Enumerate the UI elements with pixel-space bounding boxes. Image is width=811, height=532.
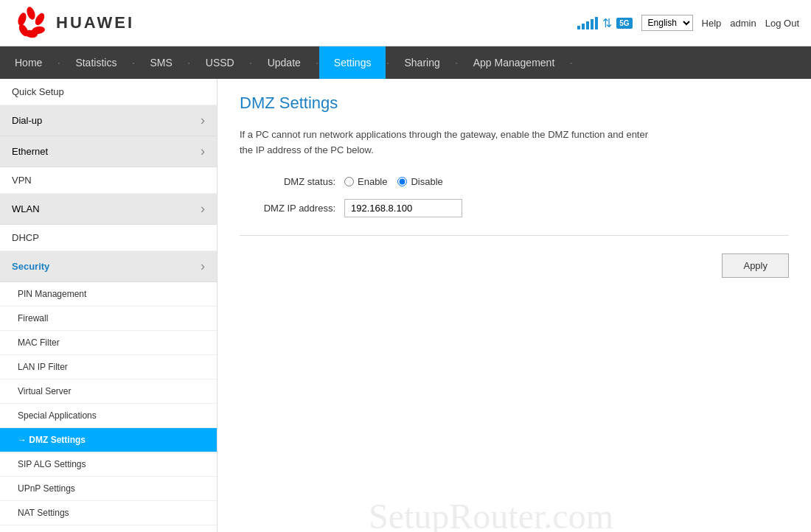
enable-radio-label[interactable]: Enable <box>344 176 387 187</box>
sidebar-section-security[interactable]: Security › <box>0 251 217 282</box>
sidebar-item-lan-ip-filter[interactable]: LAN IP Filter <box>0 355 217 379</box>
sidebar-item-sip-alg[interactable]: SIP ALG Settings <box>0 452 217 477</box>
disable-radio-label[interactable]: Disable <box>397 176 442 187</box>
svg-point-1 <box>33 12 46 27</box>
logo-area: HUAWEI <box>12 6 134 40</box>
page-title: DMZ Settings <box>240 94 789 113</box>
nav-app-management[interactable]: App Management <box>459 46 570 79</box>
enable-label-text: Enable <box>358 176 387 187</box>
dmz-ip-label: DMZ IP address: <box>240 203 335 214</box>
description-text: If a PC cannot run network applications … <box>240 127 789 158</box>
signal-strength-icon <box>577 16 598 29</box>
nav-settings[interactable]: Settings <box>319 46 386 79</box>
sidebar-item-dhcp[interactable]: DHCP <box>0 225 217 251</box>
sidebar-item-nat[interactable]: NAT Settings <box>0 501 217 525</box>
sidebar-item-quick-setup[interactable]: Quick Setup <box>0 79 217 105</box>
sidebar-item-dialup[interactable]: Dial-up › <box>0 105 217 136</box>
huawei-logo-icon <box>12 6 50 40</box>
sidebar-item-ethernet[interactable]: Ethernet › <box>0 136 217 167</box>
nav-sharing[interactable]: Sharing <box>389 46 454 79</box>
nav-sep-8: · <box>569 46 573 79</box>
apply-button[interactable]: Apply <box>722 253 789 278</box>
help-link[interactable]: Help <box>702 18 722 29</box>
dmz-status-controls: Enable Disable <box>344 176 443 187</box>
main-layout: Quick Setup Dial-up › Ethernet › VPN WLA… <box>0 79 811 532</box>
disable-radio[interactable] <box>397 177 407 186</box>
disable-label-text: Disable <box>411 176 442 187</box>
section-divider <box>240 235 789 236</box>
apply-row: Apply <box>240 253 789 278</box>
sidebar-item-virtual-server[interactable]: Virtual Server <box>0 379 217 404</box>
wlan-arrow-icon: › <box>201 201 205 217</box>
sidebar-item-firewall[interactable]: Firewall <box>0 307 217 331</box>
nav-statistics[interactable]: Statistics <box>60 46 131 79</box>
sidebar-item-vpn[interactable]: VPN <box>0 167 217 194</box>
logo-text: HUAWEI <box>56 13 134 32</box>
sidebar: Quick Setup Dial-up › Ethernet › VPN WLA… <box>0 79 217 532</box>
nav-home[interactable]: Home <box>0 46 57 79</box>
security-arrow-icon: › <box>201 259 205 274</box>
enable-radio[interactable] <box>344 177 354 186</box>
logout-link[interactable]: Log Out <box>765 18 799 29</box>
5g-icon: 5G <box>616 18 632 29</box>
main-wrapper: Quick Setup Dial-up › Ethernet › VPN WLA… <box>0 79 811 532</box>
sidebar-item-mac-filter[interactable]: MAC Filter <box>0 331 217 355</box>
language-select[interactable]: English <box>641 15 693 31</box>
admin-label: admin <box>730 18 756 29</box>
sidebar-item-domain-name-filter[interactable]: Domain Name Filter <box>0 525 217 532</box>
nav-sms[interactable]: SMS <box>135 46 187 79</box>
dmz-ip-row: DMZ IP address: <box>240 199 789 217</box>
sidebar-item-dmz-settings[interactable]: → DMZ Settings <box>0 428 217 452</box>
nav-ussd[interactable]: USSD <box>191 46 249 79</box>
top-right-area: ⇅ 5G English Help admin Log Out <box>577 15 799 31</box>
nav-bar: Home · Statistics · SMS · USSD · Update … <box>0 46 811 79</box>
signal-status-icons: ⇅ 5G <box>577 16 632 30</box>
sidebar-item-special-applications[interactable]: Special Applications <box>0 404 217 428</box>
nav-update[interactable]: Update <box>253 46 316 79</box>
sidebar-item-pin-management[interactable]: PIN Management <box>0 282 217 307</box>
sidebar-item-wlan[interactable]: WLAN › <box>0 194 217 225</box>
content-area: DMZ Settings If a PC cannot run network … <box>217 79 811 532</box>
top-bar: HUAWEI ⇅ 5G English Help admin Log Out <box>0 0 811 46</box>
sidebar-item-upnp[interactable]: UPnP Settings <box>0 477 217 501</box>
dmz-status-label: DMZ status: <box>240 176 335 187</box>
dialup-arrow-icon: › <box>201 113 205 128</box>
dmz-ip-input[interactable] <box>344 199 462 217</box>
svg-point-0 <box>25 6 37 21</box>
svg-point-5 <box>16 12 28 27</box>
dmz-status-row: DMZ status: Enable Disable <box>240 176 789 187</box>
ethernet-arrow-icon: › <box>201 144 205 159</box>
data-transfer-icon: ⇅ <box>602 16 612 30</box>
